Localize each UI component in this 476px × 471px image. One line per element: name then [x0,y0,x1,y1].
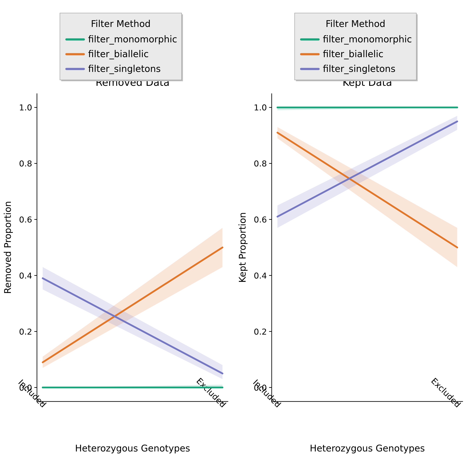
x-tick-label: Included [251,378,283,409]
legend-label: filter_biallelic [88,49,149,59]
y-tick-label: 0.4 [254,271,267,280]
y-tick-label: 0.2 [19,327,32,337]
series-line [43,247,222,362]
legend-label: filter_biallelic [323,49,383,59]
x-axis-label: Heterozygous Genotypes [310,443,425,454]
y-tick-label: 1.0 [19,103,32,112]
y-tick-label: 0.6 [19,215,32,224]
legend: Filter Methodfilter_monomorphicfilter_bi… [60,13,183,81]
x-axis-label: Heterozygous Genotypes [75,443,190,454]
y-tick-label: 0.2 [254,327,267,337]
legend-label: filter_monomorphic [323,34,412,45]
x-tick-label: Excluded [429,376,462,409]
chart-panel-1: 0.00.20.40.60.81.0IncludedExcludedKept P… [237,13,463,454]
legend-title: Filter Method [326,18,385,29]
x-tick-label: Included [16,378,48,409]
y-tick-label: 0.6 [254,215,267,224]
y-axis-label: Kept Proportion [237,212,248,283]
x-tick-label: Excluded [195,376,228,409]
legend-label: filter_singletons [323,64,396,74]
figure-root: 0.00.20.40.60.81.0IncludedExcludedRemove… [0,0,476,471]
series-line [277,132,457,247]
y-tick-label: 0.8 [254,159,267,168]
legend-label: filter_monomorphic [88,34,177,45]
y-tick-label: 0.8 [19,159,32,168]
legend-title: Filter Method [91,18,151,29]
confidence-band [43,267,222,379]
chart-panel-0: 0.00.20.40.60.81.0IncludedExcludedRemove… [2,13,228,454]
legend-label: filter_singletons [88,64,161,74]
confidence-band [277,116,457,228]
legend: Filter Methodfilter_monomorphicfilter_bi… [295,13,418,81]
y-axis-label: Removed Proportion [2,201,13,294]
y-tick-label: 1.0 [254,103,267,112]
y-tick-label: 0.4 [19,271,32,280]
